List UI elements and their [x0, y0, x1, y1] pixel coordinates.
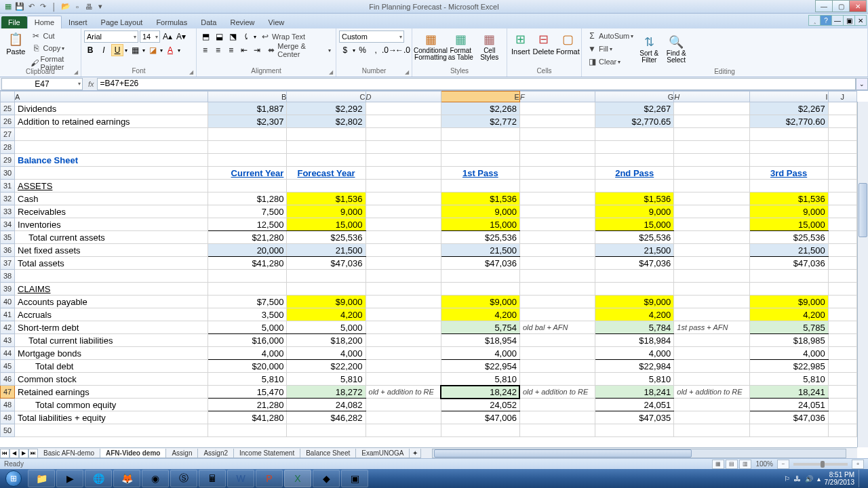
cell[interactable] [674, 167, 749, 180]
doc-restore-button[interactable]: ▣ [843, 15, 855, 26]
cell[interactable]: 21,500 [441, 244, 519, 257]
row-header[interactable]: 36 [1, 244, 15, 257]
cell[interactable]: 5,784 [595, 321, 674, 334]
cell[interactable] [749, 154, 828, 167]
cell[interactable]: $25,536 [749, 231, 828, 244]
dec-indent-button[interactable]: ⇤ [238, 44, 250, 56]
cell[interactable] [15, 141, 208, 154]
taskbar-firefox[interactable]: 🦊 [113, 470, 140, 487]
cell[interactable] [595, 128, 674, 141]
row-header[interactable]: 38 [1, 270, 15, 283]
cell[interactable] [595, 283, 674, 296]
start-button[interactable] [0, 469, 27, 488]
print-preview-icon[interactable]: 🖶 [83, 1, 94, 12]
cells-delete-button[interactable]: ⊟Delete [532, 30, 556, 67]
cell[interactable]: 4,000 [595, 347, 674, 360]
row-header[interactable]: 48 [1, 399, 15, 411]
tab-nav-next[interactable]: ▶ [19, 449, 28, 458]
comma-button[interactable]: , [370, 44, 382, 56]
cell[interactable] [287, 141, 366, 154]
cell[interactable]: Current Year [208, 167, 287, 180]
align-top-button[interactable]: ⬒ [199, 30, 212, 43]
cell[interactable]: $22,985 [749, 360, 828, 373]
cell[interactable] [441, 128, 519, 141]
cell[interactable]: Retained earnings [15, 386, 208, 399]
tab-review[interactable]: Review [223, 16, 261, 28]
cell[interactable]: 15,000 [287, 218, 366, 231]
alignment-launcher[interactable]: ◢ [328, 68, 334, 75]
cell[interactable] [828, 244, 856, 257]
cell[interactable]: old + addition to RE [674, 386, 749, 399]
cell[interactable]: $47,036 [441, 257, 519, 270]
taskbar-app2[interactable]: ▣ [341, 470, 368, 487]
cell[interactable] [674, 205, 749, 218]
font-launcher[interactable]: ◢ [188, 68, 195, 75]
cell[interactable]: $9,000 [441, 296, 519, 308]
name-box[interactable]: E47 [1, 78, 83, 90]
cell[interactable] [366, 257, 441, 270]
doc-close-button[interactable]: ✕ [854, 15, 867, 26]
select-all-corner[interactable] [1, 92, 15, 102]
cell[interactable]: $21,280 [208, 231, 287, 244]
cell[interactable] [674, 360, 749, 373]
number-format-combo[interactable]: Custom [339, 30, 404, 43]
sheet-tab[interactable]: Balance Sheet [300, 449, 356, 458]
cell[interactable]: Accounts payable [15, 296, 208, 308]
percent-button[interactable]: % [357, 44, 369, 56]
sheet-tab[interactable]: ExamUNOGA [355, 449, 410, 458]
tray-network-icon[interactable]: 🖧 [794, 475, 801, 483]
cell[interactable]: 5,810 [595, 373, 674, 386]
row-header[interactable]: 40 [1, 296, 15, 308]
cell[interactable] [366, 411, 441, 424]
cell[interactable]: $2,802 [287, 115, 366, 128]
underline-button[interactable]: U [111, 44, 123, 56]
row-header[interactable]: 32 [1, 192, 15, 205]
cell[interactable]: 4,200 [441, 308, 519, 321]
cell[interactable]: 5,754 [441, 321, 519, 334]
cells-insert-button[interactable]: ⊞Insert [510, 30, 532, 67]
sheet-tab[interactable]: Assign [165, 449, 198, 458]
cell[interactable] [208, 141, 287, 154]
cell[interactable]: 7,500 [208, 205, 287, 218]
cell[interactable] [828, 296, 856, 308]
taskbar-word[interactable]: W [227, 470, 254, 487]
horizontal-scrollbar[interactable] [432, 449, 846, 458]
col-header-H[interactable]: H [674, 92, 749, 102]
cell[interactable]: Total debt [15, 360, 208, 373]
tab-file[interactable]: File [1, 16, 27, 28]
cell[interactable]: $25,536 [441, 231, 519, 244]
cell[interactable]: Common stock [15, 373, 208, 386]
cell[interactable] [519, 192, 595, 205]
dec-decimal-button[interactable]: ←.0 [397, 44, 409, 56]
cell[interactable]: 9,000 [749, 205, 828, 218]
cell[interactable] [828, 308, 856, 321]
cell[interactable] [828, 218, 856, 231]
inc-indent-button[interactable]: ⇥ [251, 44, 262, 56]
border-button[interactable]: ▦ [129, 44, 141, 56]
cell[interactable]: $2,770.60 [749, 115, 828, 128]
cell[interactable] [674, 424, 749, 437]
cell[interactable] [287, 154, 366, 167]
cell[interactable] [366, 180, 441, 192]
show-desktop-button[interactable] [859, 470, 864, 487]
tab-insert[interactable]: Insert [62, 16, 94, 28]
cell[interactable] [674, 411, 749, 424]
cell[interactable] [674, 128, 749, 141]
cell[interactable] [749, 141, 828, 154]
row-header[interactable]: 50 [1, 424, 15, 437]
cell[interactable]: Total common equity [15, 399, 208, 411]
row-header[interactable]: 25 [1, 102, 15, 115]
cut-button[interactable]: ✂Cut [28, 30, 78, 42]
taskbar-ie[interactable]: 🌐 [85, 470, 112, 487]
cell[interactable] [441, 154, 519, 167]
clipboard-launcher[interactable]: ◢ [73, 68, 79, 75]
cell[interactable] [287, 424, 366, 437]
spreadsheet-grid[interactable]: ABCDEFGHIJ 25Dividends$1,887$2,292$2,268… [0, 91, 857, 437]
cell[interactable]: $2,770.65 [595, 115, 674, 128]
align-middle-button[interactable]: ⬓ [213, 30, 225, 43]
cell[interactable]: Accruals [15, 308, 208, 321]
cell[interactable]: 18,241 [595, 386, 674, 399]
cell[interactable] [519, 373, 595, 386]
cell[interactable]: $1,536 [595, 192, 674, 205]
col-header-A[interactable]: A [15, 92, 208, 102]
